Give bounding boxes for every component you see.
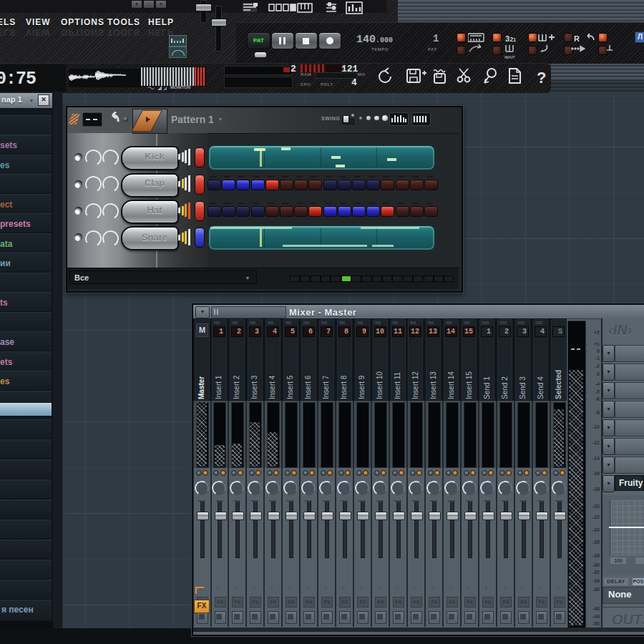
svg-text:?: ? [537,69,546,87]
svg-text:321: 321 [505,34,516,43]
svg-text:R: R [574,34,580,43]
svg-text:WAIT: WAIT [504,55,515,59]
